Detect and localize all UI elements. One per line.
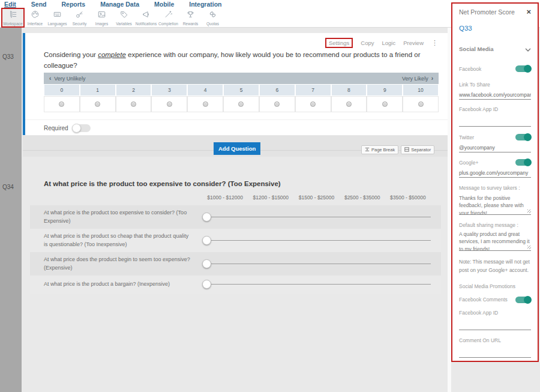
tool-rewards[interactable]: Rewards bbox=[179, 8, 202, 27]
panel-title: Net Promoter Score bbox=[459, 8, 515, 16]
nps-scale-header: ‹ Very Unlikely Very Likely › bbox=[44, 73, 439, 84]
nps-number: 6 bbox=[259, 84, 295, 96]
nps-radio-5[interactable] bbox=[223, 96, 259, 112]
tool-label: Workspace bbox=[3, 22, 22, 26]
nps-radio-3[interactable] bbox=[151, 96, 187, 112]
more-options-icon[interactable]: ⋮ bbox=[431, 39, 438, 47]
tool-images[interactable]: Images bbox=[91, 8, 113, 27]
image-icon bbox=[97, 10, 106, 21]
menu-edit[interactable]: Edit bbox=[4, 1, 16, 8]
row-label: At what price is the product a bargain? … bbox=[44, 280, 202, 289]
slider-expensive[interactable] bbox=[202, 259, 431, 270]
resize-grip-icon[interactable] bbox=[527, 246, 531, 249]
question-number-rail: Q33 Q34 bbox=[0, 28, 22, 392]
menu-manage-data[interactable]: Manage Data bbox=[100, 1, 139, 8]
tool-variables[interactable]: Variables bbox=[113, 8, 135, 27]
menu-mobile[interactable]: Mobile bbox=[154, 1, 174, 8]
q34-column: $1500 - $25000 bbox=[293, 194, 339, 201]
nps-number: 4 bbox=[187, 84, 223, 96]
close-icon[interactable]: × bbox=[526, 9, 531, 15]
magic-wand-icon bbox=[164, 10, 173, 21]
q33-question-text: Considering your complete experience wit… bbox=[44, 49, 422, 71]
logic-button[interactable]: Logic bbox=[382, 40, 395, 46]
twitter-toggle[interactable] bbox=[515, 134, 531, 140]
menu-integration[interactable]: Integration bbox=[189, 1, 221, 8]
message-to-takers-textarea[interactable]: Thanks for the positive feedback!, pleas… bbox=[459, 194, 531, 215]
chevron-left-icon[interactable]: ‹ bbox=[49, 75, 51, 82]
comment-on-url-input[interactable] bbox=[459, 343, 531, 358]
settings-button[interactable]: Settings bbox=[325, 38, 353, 48]
facebook-comments-row: Facebook Comments bbox=[459, 297, 531, 303]
menu-reports[interactable]: Reports bbox=[62, 1, 86, 8]
preview-button[interactable]: Preview bbox=[403, 40, 424, 46]
link-to-share-label: Link To Share bbox=[459, 82, 531, 88]
key-icon bbox=[75, 10, 84, 21]
nps-radio-1[interactable] bbox=[80, 96, 116, 112]
nps-number: 5 bbox=[223, 84, 259, 96]
facebook-toggle[interactable] bbox=[515, 65, 531, 72]
row-label: At what price is the product too expensi… bbox=[44, 209, 202, 225]
scale-left-label: Very Unlikely bbox=[54, 76, 85, 82]
google-plus-toggle[interactable] bbox=[515, 159, 531, 166]
twitter-handle-input[interactable] bbox=[459, 143, 531, 152]
slider-too-expensive[interactable] bbox=[202, 212, 431, 223]
page-break-icon bbox=[365, 147, 370, 153]
nps-radio-8[interactable] bbox=[331, 96, 367, 112]
facebook-comments-toggle[interactable] bbox=[515, 297, 531, 303]
required-toggle[interactable] bbox=[73, 124, 91, 132]
nps-radio-6[interactable] bbox=[259, 96, 295, 112]
rail-label-q34: Q34 bbox=[2, 184, 14, 190]
tool-label: Notifications bbox=[136, 22, 157, 26]
tool-notifications[interactable]: Notifications bbox=[135, 8, 157, 27]
q34-column: $3500 - $50000 bbox=[385, 194, 431, 201]
comment-on-url-label: Comment On URL bbox=[459, 337, 531, 343]
panel-question-id: Q33 bbox=[459, 25, 531, 32]
nps-number: 9 bbox=[367, 84, 403, 96]
workspace-icon bbox=[8, 10, 17, 21]
palette-icon bbox=[31, 10, 40, 21]
tool-label: Variables bbox=[116, 22, 132, 26]
q34-column: $1200 - $15000 bbox=[248, 194, 293, 201]
add-question-button[interactable]: Add Question bbox=[214, 142, 260, 155]
tag-icon bbox=[119, 10, 128, 21]
google-plus-url-input[interactable] bbox=[459, 168, 531, 178]
tool-label: Images bbox=[95, 22, 108, 26]
default-sharing-label: Default sharing message : bbox=[459, 222, 531, 228]
page-break-button[interactable]: Page Break bbox=[361, 145, 398, 154]
nps-number: 2 bbox=[116, 84, 152, 96]
tool-quotas[interactable]: Quotas bbox=[202, 8, 224, 27]
facebook-app-id-input[interactable] bbox=[459, 112, 531, 127]
tool-security[interactable]: Security bbox=[68, 8, 91, 27]
tool-label: Languages bbox=[47, 22, 67, 26]
slider-inexpensive[interactable] bbox=[202, 279, 431, 290]
nps-radio-10[interactable] bbox=[403, 96, 439, 112]
menu-send[interactable]: Send bbox=[31, 1, 47, 8]
tool-interface[interactable]: Interface bbox=[24, 8, 46, 27]
tool-languages[interactable]: Languages bbox=[46, 8, 68, 27]
nps-radio-4[interactable] bbox=[187, 96, 223, 112]
q34-row-expensive: At what price does the product begin to … bbox=[30, 252, 441, 276]
resize-grip-icon[interactable] bbox=[527, 210, 531, 213]
tool-workspace[interactable]: Workspace bbox=[2, 8, 24, 27]
nps-radio-9[interactable] bbox=[367, 96, 403, 112]
nps-radio-0[interactable] bbox=[44, 96, 80, 112]
row-label: At what price is the product so cheap th… bbox=[44, 232, 202, 249]
q34-row-too-inexpensive: At what price is the product so cheap th… bbox=[30, 229, 441, 252]
facebook-app-id2-input[interactable] bbox=[459, 316, 531, 330]
nps-radio-7[interactable] bbox=[295, 96, 331, 112]
social-media-section-header[interactable]: Social Media bbox=[459, 43, 531, 54]
chevron-right-icon[interactable]: › bbox=[431, 75, 433, 82]
nps-radio-2[interactable] bbox=[116, 96, 152, 112]
separator-button[interactable]: Separator bbox=[401, 145, 434, 154]
megaphone-icon bbox=[142, 10, 151, 21]
q34-column: $2500 - $35000 bbox=[340, 194, 385, 201]
tool-completion[interactable]: Completion bbox=[157, 8, 179, 27]
question-actions: Settings Copy Logic Preview ⋮ bbox=[325, 38, 438, 48]
nps-number: 0 bbox=[44, 84, 80, 96]
link-to-share-input[interactable] bbox=[459, 90, 531, 100]
google-note: Note: This message will not get post on … bbox=[459, 258, 531, 275]
emphasized-word: complete bbox=[98, 51, 126, 58]
copy-button[interactable]: Copy bbox=[361, 40, 374, 46]
slider-too-inexpensive[interactable] bbox=[202, 235, 431, 246]
default-sharing-textarea[interactable]: A quality product and great services, I … bbox=[459, 231, 531, 251]
